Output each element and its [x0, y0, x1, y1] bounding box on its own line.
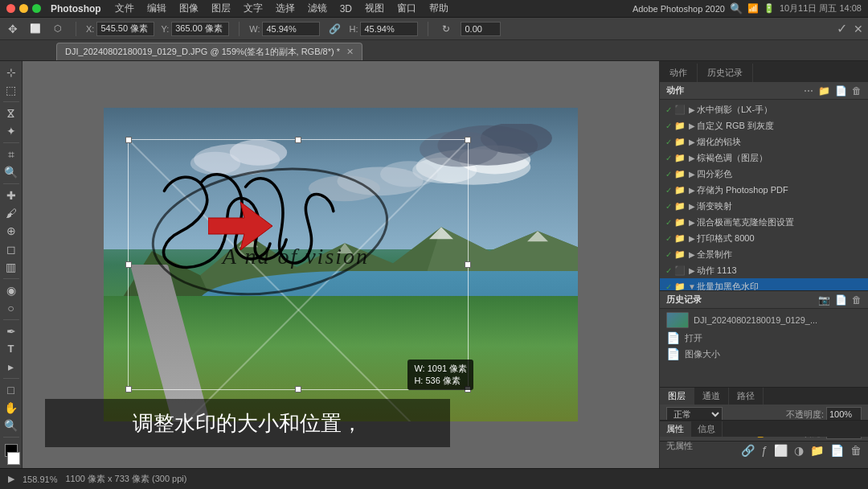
menu-file[interactable]: 文件 [109, 0, 140, 17]
link-icon[interactable]: 🔗 [326, 21, 342, 37]
move-tool-icon[interactable]: ✥ [5, 21, 21, 37]
action-item[interactable]: ✓ 📁 ▶ 混合极画笔克隆绘图设置 [660, 214, 868, 230]
text-tool[interactable]: T [2, 341, 21, 357]
crop-tool[interactable]: ⌗ [2, 146, 21, 162]
action-expand-icon[interactable]: ▼ [687, 282, 697, 291]
clone-tool[interactable]: ⊕ [2, 223, 21, 239]
action-item[interactable]: ✓ 📁 ▶ 烟化的铝块 [660, 134, 868, 150]
menu-search-icon[interactable]: 🔍 [730, 2, 743, 14]
new-action-icon[interactable]: 📄 [835, 85, 847, 97]
action-item[interactable]: ✓ 📁 ▶ 渐变映射 [660, 198, 868, 214]
menu-view[interactable]: 视图 [359, 0, 390, 17]
minimize-button[interactable] [19, 4, 28, 13]
menu-help[interactable]: 帮助 [424, 0, 454, 17]
tab-close-icon[interactable]: ✕ [346, 47, 354, 57]
background-color[interactable] [7, 452, 20, 465]
action-expand-icon[interactable]: ▶ [687, 121, 697, 130]
new-set-icon[interactable]: 📁 [818, 85, 830, 97]
y-input[interactable] [171, 22, 229, 36]
menu-edit[interactable]: 编辑 [141, 0, 172, 17]
delete-state-icon[interactable]: 🗑 [852, 294, 862, 306]
transform-box[interactable] [128, 139, 469, 390]
action-label: 存储为 Photoshop PDF [697, 184, 865, 196]
snapshot-icon[interactable]: 📷 [818, 294, 830, 306]
eraser-tool[interactable]: ◻ [2, 241, 21, 257]
cancel-transform-icon[interactable]: ✕ [854, 23, 863, 35]
action-item[interactable]: ✓ ⬛ ▶ 动作 1113 [660, 262, 868, 278]
transform-handle-tc[interactable] [295, 137, 301, 143]
action-expand-icon[interactable]: ▶ [687, 170, 697, 179]
brush-tool[interactable]: 🖌 [2, 205, 21, 221]
history-item[interactable]: DJI_20240802180019_0129_... [660, 310, 868, 330]
prop-tab-properties[interactable]: 属性 [660, 421, 691, 437]
action-expand-icon[interactable]: ▶ [687, 202, 697, 211]
delete-action-icon[interactable]: 🗑 [852, 85, 862, 97]
hand-tool[interactable]: ✋ [2, 400, 21, 416]
action-expand-icon[interactable]: ▶ [687, 154, 697, 162]
action-item[interactable]: ✓ 📁 ▶ 棕褐色调（图层） [660, 150, 868, 166]
layers-tab-layers[interactable]: 图层 [660, 388, 694, 405]
eyedropper-tool[interactable]: 🔍 [2, 164, 21, 180]
history-item[interactable]: 📄图像大小 [660, 346, 868, 362]
actions-menu-icon[interactable]: ⋯ [804, 85, 813, 97]
transform-handle-bc[interactable] [295, 386, 301, 392]
action-expand-icon[interactable]: ▶ [687, 266, 697, 275]
menu-window[interactable]: 窗口 [391, 0, 422, 17]
file-tab[interactable]: DJI_20240802180019_0129_D.JPG @ 159%(签名1… [56, 43, 362, 60]
tab-actions[interactable]: 动作 [660, 64, 698, 82]
action-item[interactable]: ✓ 📁 ▼ 批量加黑色水印 [660, 278, 868, 290]
new-doc-icon[interactable]: 📄 [835, 294, 847, 306]
menu-select[interactable]: 选择 [270, 0, 301, 17]
action-expand-icon[interactable]: ▶ [687, 186, 697, 195]
transform-handle-ml[interactable] [125, 261, 132, 268]
layers-tab-channels[interactable]: 通道 [694, 388, 729, 405]
x-input[interactable] [96, 22, 154, 36]
w-input[interactable] [262, 22, 320, 36]
h-input[interactable] [360, 22, 418, 36]
transform-handle-tl[interactable] [125, 137, 132, 143]
magic-wand-tool[interactable]: ✦ [2, 123, 21, 139]
action-expand-icon[interactable]: ▶ [687, 234, 697, 243]
rotate-icon[interactable]: ↻ [438, 21, 454, 37]
action-item[interactable]: ✓ 📁 ▶ 存储为 Photoshop PDF [660, 182, 868, 198]
zoom-tool[interactable]: 🔍 [2, 417, 21, 434]
action-expand-icon[interactable]: ▶ [687, 105, 697, 114]
tab-history[interactable]: 历史记录 [698, 64, 753, 82]
action-item[interactable]: ✓ 📁 ▶ 自定义 RGB 到灰度 [660, 117, 868, 134]
action-item[interactable]: ✓ ⬛ ▶ 水中倒影（LX-手） [660, 101, 868, 117]
shape-tool[interactable]: □ [2, 382, 21, 398]
move-tool[interactable]: ⊹ [2, 64, 21, 80]
history-item[interactable]: 📄打开 [660, 330, 868, 346]
action-expand-icon[interactable]: ▶ [687, 138, 697, 146]
pen-tool[interactable]: ✒ [2, 323, 21, 339]
path-select-tool[interactable]: ▸ [2, 359, 21, 375]
action-expand-icon[interactable]: ▶ [687, 218, 697, 227]
angle-input[interactable] [461, 22, 501, 36]
action-item[interactable]: ✓ 📁 ▶ 全景制作 [660, 246, 868, 262]
dodge-tool[interactable]: ○ [2, 300, 21, 316]
blur-tool[interactable]: ◉ [2, 282, 21, 298]
prop-tab-info[interactable]: 信息 [691, 421, 723, 437]
action-expand-icon[interactable]: ▶ [687, 250, 697, 259]
menu-text[interactable]: 文字 [238, 0, 268, 17]
action-item[interactable]: ✓ 📁 ▶ 打印格式 8000 [660, 230, 868, 246]
transform-handle-bl[interactable] [125, 386, 132, 392]
rectangle-select-tool[interactable]: ⬚ [2, 82, 21, 98]
lasso-tool[interactable]: ⴵ [2, 105, 21, 121]
transform-options-icon[interactable]: ⬜ [27, 21, 43, 37]
action-item[interactable]: ✓ 📁 ▶ 四分彩色 [660, 166, 868, 182]
menu-filter[interactable]: 滤镜 [302, 0, 333, 17]
healing-tool[interactable]: ✚ [2, 187, 21, 203]
gradient-tool[interactable]: ▥ [2, 259, 21, 275]
commit-transform-icon[interactable]: ✓ [837, 21, 847, 36]
fullscreen-button[interactable] [32, 4, 41, 13]
warp-icon[interactable]: ⬡ [50, 21, 66, 37]
menu-3d[interactable]: 3D [334, 2, 358, 16]
menu-image[interactable]: 图像 [174, 0, 204, 17]
transform-handle-tr[interactable] [465, 137, 471, 143]
transform-handle-mr[interactable] [465, 261, 471, 268]
menu-layer[interactable]: 图层 [206, 0, 236, 17]
layers-tab-paths[interactable]: 路径 [729, 388, 764, 405]
close-button[interactable] [6, 4, 15, 13]
history-doc-icon: 📄 [666, 347, 680, 360]
